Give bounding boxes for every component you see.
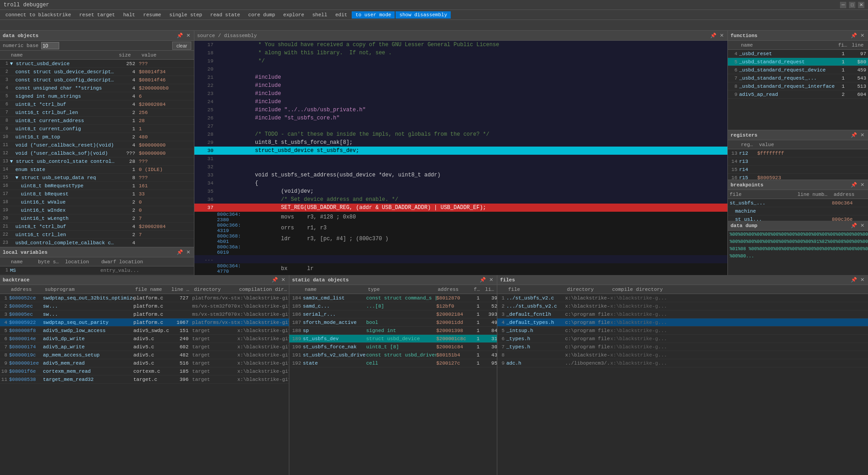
menu-item-single-step[interactable]: single step [165,11,206,19]
register-row[interactable]: 13 r12 $ffffffff [728,149,868,157]
register-row[interactable]: 16 r15 $8005923 [728,174,868,180]
backtrace-row[interactable]: 4 $08005922 swdptap_seq_out_parity platf… [0,318,289,327]
static-data-row[interactable]: 191 st_usbfs_v2_usb_driver const struct … [289,351,497,359]
menu-item-to-user-mode[interactable]: to user mode [352,11,395,19]
files-pin-button[interactable]: 📌 [851,277,857,283]
menu-item-explore[interactable]: explore [280,11,308,19]
functions-pin-button[interactable]: 📌 [851,33,857,39]
function-row[interactable]: 9 adiv5_ap_read 2 604 [728,90,868,99]
menu-item-edit[interactable]: edit [332,11,351,19]
close-button[interactable]: ✕ [858,2,864,8]
static-data-row[interactable]: 188 sp signed int $20001398 1 84 [289,327,497,335]
file-row[interactable]: 7 _types.h c:\program file... x:\blackst… [497,343,868,351]
data-objects-row[interactable]: 12 void (*user_callback_sof)(void) ??? $… [0,149,194,157]
breakpoint-row[interactable]: machine [728,207,868,215]
local-var-row[interactable]: 1 MS entry_valu... [0,266,194,275]
static-data-pin-button[interactable]: 📌 [480,277,486,283]
backtrace-row[interactable]: 1 $080052ce swdptap_seq_out_32bits_optim… [0,294,289,302]
data-objects-row[interactable]: 7 uint16_t ctrl_buf_len 2 256 [0,109,194,117]
file-row[interactable]: 6 _types.h c:\program file... x:\blackst… [497,335,868,343]
data-objects-row[interactable]: 11 void (*user_callback_reset)(void) 4 $… [0,141,194,149]
menu-item-core-dump[interactable]: core dump [245,11,278,19]
data-objects-row[interactable]: 15 ▼ struct usb_setup_data req 8 ??? [0,174,194,182]
data-objects-row[interactable]: 4 const unsigned char **strings 4 $20000… [0,84,194,92]
static-data-close-button[interactable]: ✕ [488,277,494,283]
data-objects-row[interactable]: 3 const struct usb_config_descriptor *co… [0,76,194,84]
local-vars-close-button[interactable]: ✕ [185,249,191,256]
functions-close-button[interactable]: ✕ [859,33,865,39]
menu-item-resume[interactable]: resume [140,11,165,19]
data-objects-row[interactable]: 9 uint8_t current_config 1 1 [0,125,194,133]
data-objects-row[interactable]: 1 ▼ struct_usbd_device 252 ??? [0,60,194,68]
backtrace-row[interactable]: 5 $080008f8 adiv5_swdp_low_access adiv5_… [0,327,289,335]
backtrace-row[interactable]: 6 $0800014e adiv5_dp_write adiv5.c 240 t… [0,335,289,343]
data-dump-close-button[interactable]: ✕ [859,223,865,229]
static-data-row[interactable]: 185 samd_c... ...[8] $12bf0 1 52 [289,302,497,310]
static-data-row[interactable]: 184 sam3x_cmd_list const struct command_… [289,294,497,302]
data-objects-row[interactable]: 2 const struct usb_device_descriptor *de… [0,68,194,76]
static-data-row[interactable]: 187 sforth_mode_active bool $200011dd 1 … [289,318,497,327]
static-data-row[interactable]: 186 serial_r... $20002184 1 393 [289,310,497,318]
data-objects-row[interactable]: 20 uint16_t wLength 2 7 [0,214,194,223]
breakpoints-pin-button[interactable]: 📌 [851,182,857,188]
data-objects-row[interactable]: 8 uint8_t current_address 1 28 [0,117,194,125]
files-close-button[interactable]: ✕ [859,277,865,283]
minimize-button[interactable]: ─ [840,2,846,8]
function-row[interactable]: 6 _usbd_standard_request_device 1 459 [728,66,868,74]
data-objects-row[interactable]: 18 uint16_t wValue 2 0 [0,198,194,206]
backtrace-row[interactable]: 10 $08001f6e cortexm_mem_read cortexm.c … [0,367,289,375]
data-objects-row[interactable]: 17 uint8_t bRequest 1 33 [0,190,194,198]
menu-item-connect-to-blackstrike[interactable]: connect to blackstrike [2,11,75,19]
file-row[interactable]: 8 x:\blackstrike-g... x:\blackstrike-g..… [497,351,868,359]
backtrace-close-button[interactable]: ✕ [280,277,286,283]
local-vars-pin-button[interactable]: 📌 [177,249,183,256]
backtrace-row[interactable]: 3 $08005ec sw... platform.c ms/vx-stm32f… [0,310,289,318]
file-row[interactable]: 5 _intsup.h c:\program file... x:\blacks… [497,327,868,335]
register-row[interactable]: 14 r13 [728,157,868,166]
registers-pin-button[interactable]: 📌 [851,132,857,138]
numeric-base-input[interactable] [41,42,59,49]
data-dump-pin-button[interactable]: 📌 [851,223,857,229]
file-row[interactable]: 2 .../st_usbfs_v2.c x:\blackstrike-g... … [497,302,868,310]
breakpoint-row[interactable]: st_usbfs_... 800c364 [728,199,868,207]
breakpoint-row[interactable]: st_usl... 800c36e [728,215,868,221]
backtrace-row[interactable]: 11 $08008538 target_mem_read32 target.c … [0,375,289,384]
function-row[interactable]: 5 _usbd_standard_request 1 $80 [728,58,868,66]
code-close-button[interactable]: ✕ [718,33,725,39]
menu-item-show-disassembly[interactable]: show disassembly [396,11,451,19]
function-row[interactable]: 4 _usbd_reset 1 97 [728,50,868,58]
menu-item-read-state[interactable]: read state [207,11,244,19]
backtrace-row[interactable]: 2 $08005ec sw... platform.c ms/vx-stm32f… [0,302,289,310]
backtrace-row[interactable]: 9 $0800001ee adiv5_mem_read adiv5.c 516 … [0,359,289,367]
register-row[interactable]: 15 r14 [728,166,868,174]
data-objects-pin-button[interactable]: 📌 [177,33,183,39]
function-row[interactable]: 7 _usbd_standard_request_... 1 543 [728,74,868,82]
code-pin-button[interactable]: 📌 [710,33,717,39]
clear-button[interactable]: clear [172,42,191,50]
data-objects-row[interactable]: 5 signed int num_strings 4 6 [0,92,194,100]
function-row[interactable]: 8 _usbd_standard_request_interface 1 513 [728,82,868,90]
data-objects-row[interactable]: 13 ▼ struct usb_control_state control_st… [0,157,194,166]
menu-item-halt[interactable]: halt [119,11,138,19]
backtrace-row[interactable]: 8 $0800019c ap_mem_access_setup adiv5.c … [0,351,289,359]
data-objects-row[interactable]: 16 uint8_t bmRequestType 1 161 [0,182,194,190]
file-row[interactable]: 3 _default_fcntlh c:\program file... x:\… [497,310,868,318]
maximize-button[interactable]: □ [849,2,855,8]
data-objects-row[interactable]: 22 uint16_t ctrl_len 2 7 [0,231,194,239]
file-row[interactable]: 1 ../st_usbfs_v2.c x:\blackstrike-g... x… [497,294,868,302]
data-objects-row[interactable]: 23 usbd_control_complete_callback comple… [0,239,194,247]
data-objects-row[interactable]: 19 uint16_t wIndex 2 0 [0,206,194,214]
static-data-row[interactable]: 189 st_usbfs_dev struct usbd_device $200… [289,335,497,343]
data-objects-row[interactable]: 21 uint8_t *ctrl_buf 4 $20002084 [0,223,194,231]
menu-item-reset-target[interactable]: reset target [75,11,118,19]
data-objects-row[interactable]: 14 enum state 1 0 (IDLE) [0,166,194,174]
static-data-row[interactable]: 190 st_usbfs_force_nak uint8_t [8] $2000… [289,343,497,351]
backtrace-pin-button[interactable]: 📌 [272,277,278,283]
data-objects-close-button[interactable]: ✕ [185,33,191,39]
menu-item-shell[interactable]: shell [309,11,331,19]
backtrace-row[interactable]: 7 $08000174 adiv5_ap_write adiv5.c 602 t… [0,343,289,351]
data-objects-row[interactable]: 6 uint8_t *ctrl_buf 4 $20002084 [0,100,194,109]
file-row[interactable]: 4 _default_types.h c:\program file... x:… [497,318,868,327]
file-row[interactable]: 9 adc.h ../libopencm3/... x:\blackstrike… [497,359,868,367]
data-objects-row[interactable]: 10 uint16_t pm_top 2 480 [0,133,194,141]
